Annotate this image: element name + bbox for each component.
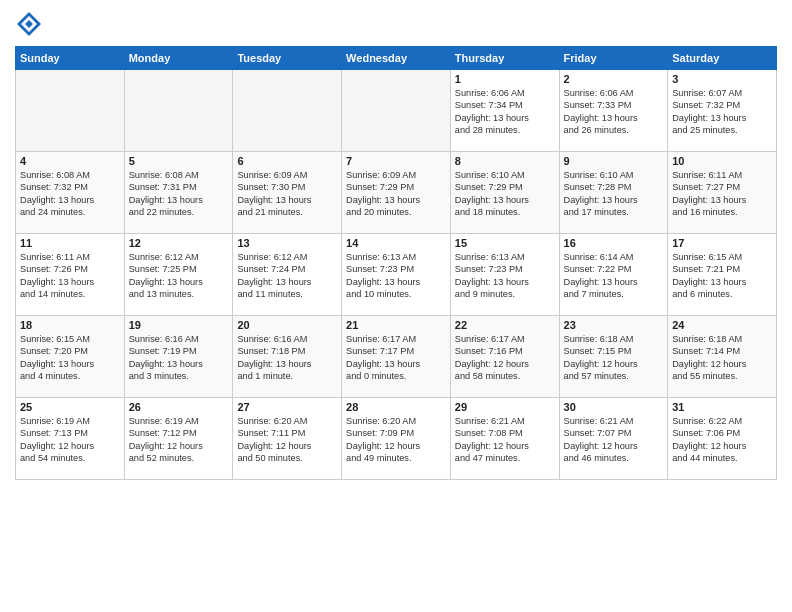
day-number: 17 (672, 237, 772, 249)
day-cell: 14Sunrise: 6:13 AM Sunset: 7:23 PM Dayli… (342, 234, 451, 316)
day-cell: 4Sunrise: 6:08 AM Sunset: 7:32 PM Daylig… (16, 152, 125, 234)
day-info: Sunrise: 6:20 AM Sunset: 7:09 PM Dayligh… (346, 415, 446, 465)
day-cell: 10Sunrise: 6:11 AM Sunset: 7:27 PM Dayli… (668, 152, 777, 234)
day-number: 13 (237, 237, 337, 249)
day-info: Sunrise: 6:14 AM Sunset: 7:22 PM Dayligh… (564, 251, 664, 301)
day-number: 18 (20, 319, 120, 331)
day-number: 2 (564, 73, 664, 85)
day-cell: 28Sunrise: 6:20 AM Sunset: 7:09 PM Dayli… (342, 398, 451, 480)
weekday-monday: Monday (124, 47, 233, 70)
day-number: 27 (237, 401, 337, 413)
day-number: 16 (564, 237, 664, 249)
calendar-table: SundayMondayTuesdayWednesdayThursdayFrid… (15, 46, 777, 480)
calendar-header: SundayMondayTuesdayWednesdayThursdayFrid… (16, 47, 777, 70)
day-info: Sunrise: 6:17 AM Sunset: 7:17 PM Dayligh… (346, 333, 446, 383)
day-number: 3 (672, 73, 772, 85)
day-info: Sunrise: 6:13 AM Sunset: 7:23 PM Dayligh… (455, 251, 555, 301)
day-info: Sunrise: 6:08 AM Sunset: 7:32 PM Dayligh… (20, 169, 120, 219)
day-cell: 13Sunrise: 6:12 AM Sunset: 7:24 PM Dayli… (233, 234, 342, 316)
day-cell: 30Sunrise: 6:21 AM Sunset: 7:07 PM Dayli… (559, 398, 668, 480)
day-number: 20 (237, 319, 337, 331)
day-info: Sunrise: 6:12 AM Sunset: 7:24 PM Dayligh… (237, 251, 337, 301)
day-number: 10 (672, 155, 772, 167)
day-cell (16, 70, 125, 152)
day-number: 26 (129, 401, 229, 413)
day-cell: 3Sunrise: 6:07 AM Sunset: 7:32 PM Daylig… (668, 70, 777, 152)
day-number: 8 (455, 155, 555, 167)
day-cell: 7Sunrise: 6:09 AM Sunset: 7:29 PM Daylig… (342, 152, 451, 234)
day-info: Sunrise: 6:19 AM Sunset: 7:13 PM Dayligh… (20, 415, 120, 465)
day-info: Sunrise: 6:09 AM Sunset: 7:29 PM Dayligh… (346, 169, 446, 219)
day-cell: 22Sunrise: 6:17 AM Sunset: 7:16 PM Dayli… (450, 316, 559, 398)
day-info: Sunrise: 6:21 AM Sunset: 7:07 PM Dayligh… (564, 415, 664, 465)
day-number: 24 (672, 319, 772, 331)
day-number: 23 (564, 319, 664, 331)
weekday-row: SundayMondayTuesdayWednesdayThursdayFrid… (16, 47, 777, 70)
day-cell: 12Sunrise: 6:12 AM Sunset: 7:25 PM Dayli… (124, 234, 233, 316)
page: SundayMondayTuesdayWednesdayThursdayFrid… (0, 0, 792, 490)
day-number: 9 (564, 155, 664, 167)
day-number: 7 (346, 155, 446, 167)
day-info: Sunrise: 6:12 AM Sunset: 7:25 PM Dayligh… (129, 251, 229, 301)
header (15, 10, 777, 38)
week-row-2: 4Sunrise: 6:08 AM Sunset: 7:32 PM Daylig… (16, 152, 777, 234)
day-info: Sunrise: 6:10 AM Sunset: 7:28 PM Dayligh… (564, 169, 664, 219)
day-number: 19 (129, 319, 229, 331)
day-cell: 25Sunrise: 6:19 AM Sunset: 7:13 PM Dayli… (16, 398, 125, 480)
day-number: 5 (129, 155, 229, 167)
day-info: Sunrise: 6:17 AM Sunset: 7:16 PM Dayligh… (455, 333, 555, 383)
day-cell: 20Sunrise: 6:16 AM Sunset: 7:18 PM Dayli… (233, 316, 342, 398)
day-info: Sunrise: 6:10 AM Sunset: 7:29 PM Dayligh… (455, 169, 555, 219)
day-number: 22 (455, 319, 555, 331)
day-number: 29 (455, 401, 555, 413)
week-row-4: 18Sunrise: 6:15 AM Sunset: 7:20 PM Dayli… (16, 316, 777, 398)
day-number: 15 (455, 237, 555, 249)
day-cell: 16Sunrise: 6:14 AM Sunset: 7:22 PM Dayli… (559, 234, 668, 316)
day-number: 14 (346, 237, 446, 249)
day-number: 11 (20, 237, 120, 249)
day-info: Sunrise: 6:16 AM Sunset: 7:18 PM Dayligh… (237, 333, 337, 383)
day-cell: 5Sunrise: 6:08 AM Sunset: 7:31 PM Daylig… (124, 152, 233, 234)
day-info: Sunrise: 6:22 AM Sunset: 7:06 PM Dayligh… (672, 415, 772, 465)
day-info: Sunrise: 6:15 AM Sunset: 7:21 PM Dayligh… (672, 251, 772, 301)
day-cell: 1Sunrise: 6:06 AM Sunset: 7:34 PM Daylig… (450, 70, 559, 152)
day-info: Sunrise: 6:19 AM Sunset: 7:12 PM Dayligh… (129, 415, 229, 465)
day-cell (233, 70, 342, 152)
day-cell (124, 70, 233, 152)
weekday-sunday: Sunday (16, 47, 125, 70)
week-row-5: 25Sunrise: 6:19 AM Sunset: 7:13 PM Dayli… (16, 398, 777, 480)
day-cell: 27Sunrise: 6:20 AM Sunset: 7:11 PM Dayli… (233, 398, 342, 480)
day-number: 4 (20, 155, 120, 167)
day-info: Sunrise: 6:18 AM Sunset: 7:15 PM Dayligh… (564, 333, 664, 383)
day-cell: 31Sunrise: 6:22 AM Sunset: 7:06 PM Dayli… (668, 398, 777, 480)
weekday-thursday: Thursday (450, 47, 559, 70)
day-cell: 24Sunrise: 6:18 AM Sunset: 7:14 PM Dayli… (668, 316, 777, 398)
day-cell: 18Sunrise: 6:15 AM Sunset: 7:20 PM Dayli… (16, 316, 125, 398)
day-info: Sunrise: 6:15 AM Sunset: 7:20 PM Dayligh… (20, 333, 120, 383)
logo-icon (15, 10, 43, 38)
day-info: Sunrise: 6:11 AM Sunset: 7:27 PM Dayligh… (672, 169, 772, 219)
day-cell: 23Sunrise: 6:18 AM Sunset: 7:15 PM Dayli… (559, 316, 668, 398)
weekday-wednesday: Wednesday (342, 47, 451, 70)
day-cell: 26Sunrise: 6:19 AM Sunset: 7:12 PM Dayli… (124, 398, 233, 480)
day-info: Sunrise: 6:20 AM Sunset: 7:11 PM Dayligh… (237, 415, 337, 465)
day-number: 25 (20, 401, 120, 413)
day-number: 30 (564, 401, 664, 413)
day-info: Sunrise: 6:13 AM Sunset: 7:23 PM Dayligh… (346, 251, 446, 301)
day-number: 28 (346, 401, 446, 413)
day-info: Sunrise: 6:08 AM Sunset: 7:31 PM Dayligh… (129, 169, 229, 219)
weekday-friday: Friday (559, 47, 668, 70)
day-cell: 2Sunrise: 6:06 AM Sunset: 7:33 PM Daylig… (559, 70, 668, 152)
day-cell: 17Sunrise: 6:15 AM Sunset: 7:21 PM Dayli… (668, 234, 777, 316)
day-cell: 19Sunrise: 6:16 AM Sunset: 7:19 PM Dayli… (124, 316, 233, 398)
day-info: Sunrise: 6:11 AM Sunset: 7:26 PM Dayligh… (20, 251, 120, 301)
day-info: Sunrise: 6:06 AM Sunset: 7:33 PM Dayligh… (564, 87, 664, 137)
day-number: 21 (346, 319, 446, 331)
week-row-1: 1Sunrise: 6:06 AM Sunset: 7:34 PM Daylig… (16, 70, 777, 152)
day-cell: 21Sunrise: 6:17 AM Sunset: 7:17 PM Dayli… (342, 316, 451, 398)
week-row-3: 11Sunrise: 6:11 AM Sunset: 7:26 PM Dayli… (16, 234, 777, 316)
day-cell: 29Sunrise: 6:21 AM Sunset: 7:08 PM Dayli… (450, 398, 559, 480)
weekday-tuesday: Tuesday (233, 47, 342, 70)
weekday-saturday: Saturday (668, 47, 777, 70)
calendar-body: 1Sunrise: 6:06 AM Sunset: 7:34 PM Daylig… (16, 70, 777, 480)
